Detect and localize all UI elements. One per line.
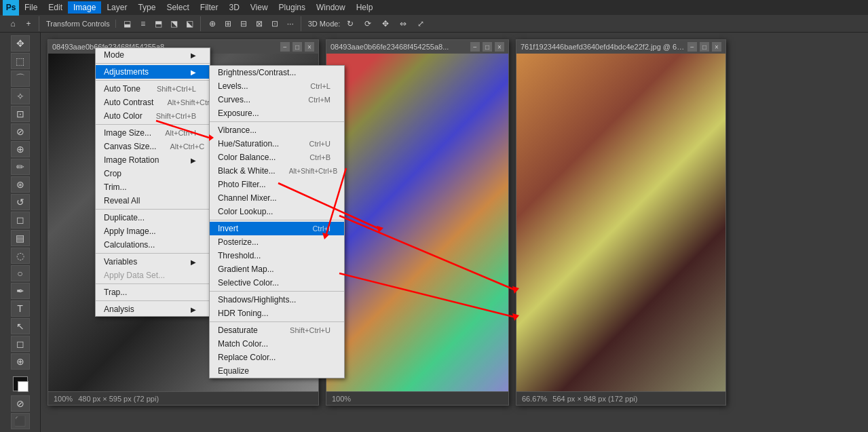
- brush-tool[interactable]: ✏: [11, 159, 30, 175]
- healing-tool[interactable]: ⊕: [11, 141, 30, 157]
- adj-photo-filter[interactable]: Photo Filter...: [210, 178, 344, 191]
- menu-auto-contrast[interactable]: Auto Contrast Alt+Shift+Ctrl+L: [96, 96, 210, 109]
- lasso-tool[interactable]: ⌒: [11, 71, 30, 87]
- menu-auto-tone[interactable]: Auto Tone Shift+Ctrl+L: [96, 82, 210, 96]
- doc-close-tiger[interactable]: ×: [712, 42, 721, 52]
- extra-btn4[interactable]: ⊠: [252, 16, 267, 31]
- adj-hue-sat[interactable]: Hue/Saturation... Ctrl+U: [210, 137, 344, 151]
- menu-edit[interactable]: Edit: [43, 1, 68, 14]
- home-btn[interactable]: ⌂: [5, 16, 20, 31]
- menu-adjustments[interactable]: Adjustments ▶: [96, 65, 210, 79]
- mode-slide-btn[interactable]: ⇔: [396, 16, 411, 31]
- adj-invert[interactable]: Invert Ctrl+I: [210, 222, 344, 235]
- align-center-btn[interactable]: ≡: [136, 16, 151, 31]
- menu-analysis[interactable]: Analysis ▶: [96, 302, 210, 316]
- doc-restore-colorful[interactable]: □: [483, 42, 492, 52]
- eraser-tool[interactable]: ◻: [11, 212, 30, 228]
- mode-pan-btn[interactable]: ✥: [378, 16, 393, 31]
- doc-minimize-tiger[interactable]: −: [687, 42, 697, 52]
- doc-minimize-bw[interactable]: −: [280, 42, 290, 52]
- menu-mode[interactable]: Mode ▶: [96, 48, 210, 62]
- adj-gradient-map[interactable]: Gradient Map...: [210, 262, 344, 276]
- mode-roll-btn[interactable]: ⟳: [360, 16, 375, 31]
- shape-tool[interactable]: ◻: [11, 336, 30, 352]
- menu-calculations[interactable]: Calculations...: [96, 238, 210, 252]
- adj-posterize[interactable]: Posterize...: [210, 235, 344, 249]
- menu-layer[interactable]: Layer: [101, 1, 132, 14]
- background-color[interactable]: [18, 381, 29, 392]
- extra-btn5[interactable]: ⊡: [267, 16, 282, 31]
- adj-hdr[interactable]: HDR Toning...: [210, 307, 344, 320]
- doc-close-bw[interactable]: ×: [305, 42, 314, 52]
- extra-btn1[interactable]: ⊕: [205, 16, 220, 31]
- adj-color-balance[interactable]: Color Balance... Ctrl+B: [210, 151, 344, 164]
- mode-scale-btn[interactable]: ⤢: [413, 16, 428, 31]
- menu-3d[interactable]: 3D: [223, 1, 244, 14]
- doc-minimize-colorful[interactable]: −: [470, 42, 480, 52]
- adj-desaturate[interactable]: Desaturate Shift+Ctrl+U: [210, 323, 344, 337]
- adj-vibrance[interactable]: Vibrance...: [210, 123, 344, 137]
- menu-trap[interactable]: Trap...: [96, 286, 210, 299]
- menu-image-rotation[interactable]: Image Rotation ▶: [96, 153, 210, 167]
- eyedropper-tool[interactable]: ⊘: [11, 123, 30, 140]
- menu-variables[interactable]: Variables ▶: [96, 255, 210, 269]
- menu-trim[interactable]: Trim...: [96, 180, 210, 194]
- align-middle-btn[interactable]: ⬕: [183, 16, 197, 31]
- foreground-color[interactable]: [13, 376, 28, 391]
- pen-tool[interactable]: ✒: [11, 283, 30, 299]
- adj-curves[interactable]: Curves... Ctrl+M: [210, 93, 344, 106]
- zoom-tool[interactable]: ⊕: [11, 353, 30, 370]
- menu-window[interactable]: Window: [311, 1, 351, 14]
- marquee-tool[interactable]: ⬚: [11, 53, 30, 69]
- mode-rotate-btn[interactable]: ↻: [343, 16, 358, 31]
- menu-image-size[interactable]: Image Size... Alt+Ctrl+I: [96, 126, 210, 140]
- align-top-btn[interactable]: ⬔: [167, 16, 182, 31]
- menu-select[interactable]: Select: [161, 1, 194, 14]
- screen-mode-tool[interactable]: ⬛: [11, 413, 30, 429]
- adj-color-lookup[interactable]: Color Lookup...: [210, 205, 344, 218]
- menu-help[interactable]: Help: [351, 1, 379, 14]
- adj-replace-color[interactable]: Replace Color...: [210, 351, 344, 364]
- align-left-btn[interactable]: ⬓: [120, 16, 135, 31]
- menu-canvas-size[interactable]: Canvas Size... Alt+Ctrl+C: [96, 140, 210, 153]
- extra-btn2[interactable]: ⊞: [221, 16, 235, 31]
- menu-image[interactable]: Image: [68, 1, 101, 14]
- new-btn[interactable]: +: [21, 16, 36, 31]
- doc-close-colorful[interactable]: ×: [495, 42, 504, 52]
- adj-match-color[interactable]: Match Color...: [210, 337, 344, 351]
- adj-selective-color[interactable]: Selective Color...: [210, 276, 344, 290]
- crop-tool[interactable]: ⊡: [11, 106, 30, 122]
- adj-levels[interactable]: Levels... Ctrl+L: [210, 79, 344, 93]
- menu-duplicate[interactable]: Duplicate...: [96, 211, 210, 224]
- adj-exposure[interactable]: Exposure...: [210, 106, 344, 120]
- blur-tool[interactable]: ◌: [11, 248, 30, 264]
- adj-channel-mixer[interactable]: Channel Mixer...: [210, 191, 344, 205]
- extra-btn3[interactable]: ⊟: [236, 16, 251, 31]
- adj-threshold[interactable]: Threshold...: [210, 249, 344, 262]
- adj-brightness[interactable]: Brightness/Contrast...: [210, 66, 344, 79]
- menu-filter[interactable]: Filter: [195, 1, 224, 14]
- more-btn[interactable]: ···: [283, 16, 298, 31]
- path-selection-tool[interactable]: ↖: [11, 318, 30, 334]
- menu-crop[interactable]: Crop: [96, 167, 210, 180]
- menu-apply-image[interactable]: Apply Image...: [96, 224, 210, 238]
- adj-black-white[interactable]: Black & White... Alt+Shift+Ctrl+B: [210, 164, 344, 178]
- gradient-tool[interactable]: ▤: [11, 230, 30, 246]
- doc-restore-tiger[interactable]: □: [700, 42, 709, 52]
- adj-equalize[interactable]: Equalize: [210, 364, 344, 378]
- move-tool[interactable]: ✥: [11, 35, 30, 52]
- menu-type[interactable]: Type: [132, 1, 161, 14]
- menu-view[interactable]: View: [245, 1, 273, 14]
- doc-restore-bw[interactable]: □: [293, 42, 302, 52]
- align-right-btn[interactable]: ⬒: [151, 16, 166, 31]
- menu-auto-color[interactable]: Auto Color Shift+Ctrl+B: [96, 109, 210, 123]
- history-tool[interactable]: ↺: [11, 194, 30, 210]
- adj-shadows[interactable]: Shadows/Highlights...: [210, 293, 344, 307]
- menu-plugins[interactable]: Plugins: [273, 1, 311, 14]
- clone-tool[interactable]: ⊛: [11, 176, 30, 193]
- text-tool[interactable]: T: [11, 300, 30, 317]
- quick-mask-tool[interactable]: ⊘: [11, 395, 30, 412]
- menu-file[interactable]: File: [19, 1, 43, 14]
- menu-reveal-all[interactable]: Reveal All: [96, 194, 210, 208]
- dodge-tool[interactable]: ○: [11, 265, 30, 281]
